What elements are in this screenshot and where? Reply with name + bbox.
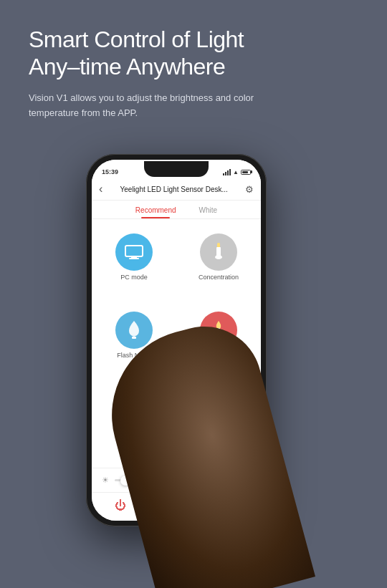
headline: Smart Control of Light Any–time Anywhere: [29, 26, 244, 81]
pc-mode-icon: [115, 233, 153, 271]
mode-pc[interactable]: PC mode: [92, 226, 176, 304]
app-title: Yeelight LED Light Sensor Desk...: [102, 185, 245, 193]
battery-icon: [241, 170, 251, 175]
concentration-icon: [200, 233, 237, 271]
wifi-icon: ▲: [233, 169, 239, 175]
phone-notch: [144, 161, 209, 177]
concentration-label: Concentration: [199, 274, 239, 281]
phone-mockup: 15:39 ▲: [86, 154, 301, 577]
brightness-icon: ☀: [102, 476, 109, 485]
svg-rect-6: [132, 337, 136, 339]
app-header: ‹ Yeelight LED Light Sensor Desk... ⚙: [92, 180, 261, 201]
svg-rect-2: [129, 258, 139, 259]
svg-point-5: [215, 255, 222, 259]
tab-bar: Recommend White: [92, 201, 261, 219]
mode-concentration[interactable]: Concentration: [176, 226, 261, 304]
settings-icon[interactable]: ⚙: [245, 184, 254, 195]
status-icons: ▲: [223, 169, 251, 175]
power-button[interactable]: ⏻: [115, 499, 126, 512]
flash-notify-icon: [115, 312, 153, 349]
tab-white[interactable]: White: [188, 203, 229, 218]
tab-recommend[interactable]: Recommend: [124, 203, 188, 218]
svg-rect-0: [125, 246, 143, 256]
page-container: Smart Control of Light Any–time Anywhere…: [0, 0, 387, 588]
status-time: 15:39: [102, 168, 118, 175]
pc-mode-label: PC mode: [120, 274, 148, 281]
signal-icon: [223, 169, 231, 175]
subtitle: Vision V1 allows you to adjust the brigh…: [29, 91, 294, 121]
